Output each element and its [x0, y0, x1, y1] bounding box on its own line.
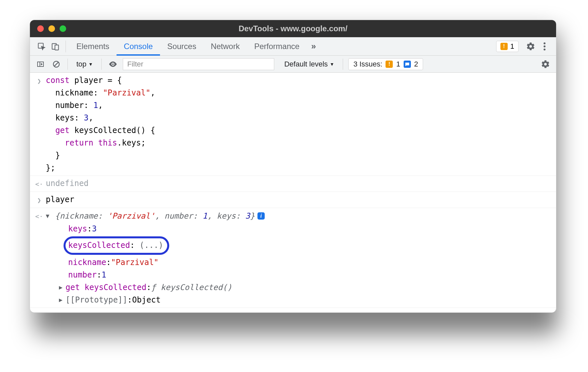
tab-performance[interactable]: Performance	[247, 37, 307, 56]
svg-point-5	[544, 48, 546, 50]
warning-icon: !	[500, 43, 508, 50]
context-selector[interactable]: top ▼	[73, 59, 96, 70]
log-levels-label: Default levels	[284, 60, 328, 68]
return-icon: <·	[35, 209, 44, 223]
input-prompt-icon: ❯	[35, 309, 44, 313]
issues-info-count: 2	[414, 60, 418, 68]
console-settings-icon[interactable]	[540, 58, 551, 70]
player-eval[interactable]: player	[44, 193, 551, 206]
filter-input[interactable]: Filter	[123, 58, 274, 70]
issues-info-icon	[404, 61, 411, 68]
object-summary[interactable]: {nickname: 'Parzival', number: 1, keys: …	[55, 210, 255, 222]
undefined-return: undefined	[44, 177, 551, 190]
tab-network[interactable]: Network	[203, 37, 247, 56]
code-block[interactable]: const player = { nickname: "Parzival", n…	[44, 74, 551, 174]
inspect-element-icon[interactable]	[35, 40, 48, 53]
main-tabbar: Elements Console Sources Network Perform…	[30, 37, 556, 56]
issues-warn-icon: !	[386, 61, 393, 68]
clear-console-icon[interactable]	[50, 58, 62, 70]
prop-prototype[interactable]: ▶[[Prototype]]: Object	[50, 294, 232, 306]
device-toggle-icon[interactable]	[48, 40, 62, 53]
disclosure-closed-icon[interactable]: ▶	[59, 294, 66, 306]
svg-rect-2	[55, 45, 59, 50]
console-input-row-2: ❯ player	[30, 192, 556, 208]
console-body: ❯ const player = { nickname: "Parzival",…	[30, 73, 556, 313]
disclosure-closed-icon[interactable]: ▶	[59, 281, 66, 294]
svg-point-4	[544, 45, 546, 47]
more-menu-icon[interactable]	[538, 40, 551, 53]
tab-console[interactable]: Console	[117, 37, 160, 56]
issues-button[interactable]: 3 Issues: ! 1 2	[348, 58, 423, 70]
svg-point-9	[112, 63, 114, 65]
input-prompt-icon: ❯	[35, 74, 44, 87]
settings-icon[interactable]	[524, 40, 538, 53]
window-title: DevTools - www.google.com/	[30, 24, 556, 33]
prop-nickname[interactable]: nickname: "Parzival"	[50, 256, 232, 269]
console-object-output: <· ▼ {nickname: 'Parzival', number: 1, k…	[30, 208, 556, 308]
issues-warn-count: 1	[396, 60, 400, 68]
tab-sources[interactable]: Sources	[160, 37, 203, 56]
console-toolbar: top ▼ Filter Default levels ▼ 3 Issues: …	[30, 56, 556, 73]
prop-keys[interactable]: keys: 3	[50, 223, 232, 235]
devtools-window: DevTools - www.google.com/ Elements Cons…	[30, 20, 556, 313]
input-prompt-icon: ❯	[35, 193, 44, 206]
sidebar-toggle-icon[interactable]	[35, 58, 46, 70]
return-icon: <·	[35, 177, 44, 190]
svg-point-3	[544, 42, 546, 44]
prop-getter[interactable]: ▶get keysCollected: ƒ keysCollected()	[50, 281, 232, 294]
live-expression-icon[interactable]	[107, 58, 119, 70]
filter-placeholder: Filter	[127, 60, 143, 68]
console-return-row: <· undefined	[30, 176, 556, 192]
console-prompt-row[interactable]: ❯	[30, 308, 556, 313]
svg-line-8	[54, 62, 58, 66]
warning-indicator[interactable]: ! 1	[496, 41, 519, 52]
warning-count: 1	[510, 42, 514, 51]
issues-label: 3 Issues:	[353, 60, 382, 68]
prop-number[interactable]: number: 1	[50, 269, 232, 281]
disclosure-open-icon[interactable]: ▼	[46, 210, 52, 222]
prop-keyscollected-highlighted[interactable]: keysCollected: (...)	[50, 236, 232, 255]
more-tabs-icon[interactable]: »	[307, 40, 321, 53]
console-input-row: ❯ const player = { nickname: "Parzival",…	[30, 73, 556, 176]
context-label: top	[76, 60, 87, 68]
log-levels-selector[interactable]: Default levels ▼	[284, 60, 334, 68]
tab-elements[interactable]: Elements	[69, 37, 117, 56]
titlebar: DevTools - www.google.com/	[30, 20, 556, 37]
info-icon[interactable]: i	[257, 212, 265, 220]
